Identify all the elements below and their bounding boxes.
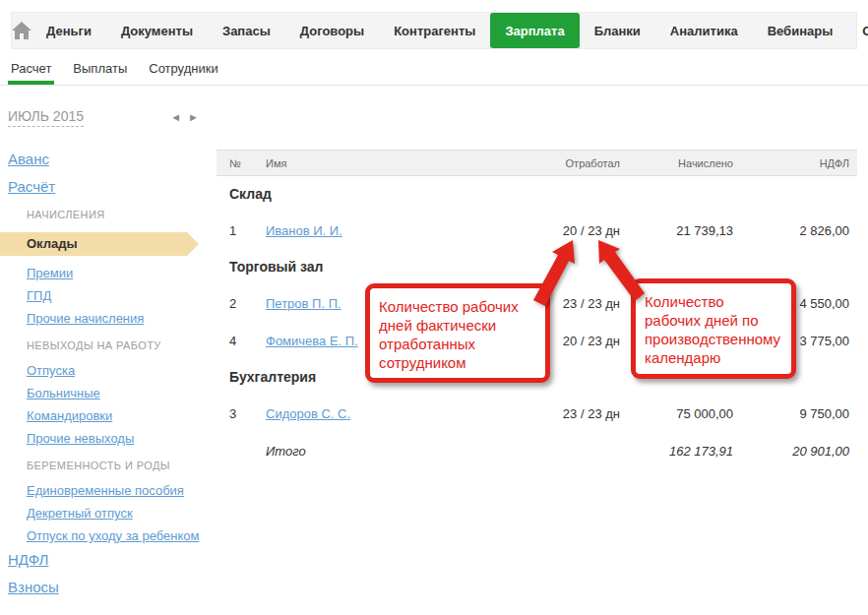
top-nav-item[interactable]: Деньги: [31, 13, 106, 48]
sidebar-item[interactable]: Больничные: [27, 386, 217, 400]
top-nav: ДеньгиДокументыЗапасыДоговорыКонтрагенты…: [11, 12, 857, 49]
col-header-ndfl: НДФЛ: [733, 157, 849, 169]
employee-link[interactable]: Фомичева Е. П.: [266, 334, 358, 348]
next-month-icon[interactable]: ►: [188, 112, 199, 123]
callout-worked-days-actual: Количество рабочих дней фактически отраб…: [365, 283, 550, 383]
month-selector: ИЮЛЬ 2015 ◄ ►: [8, 108, 199, 127]
sidebar-item[interactable]: Прочие невыходы: [27, 431, 217, 446]
sidebar-item[interactable]: НДФЛ: [8, 551, 217, 568]
sidebar-item[interactable]: ГПД: [27, 288, 217, 303]
row-number: 4: [217, 334, 266, 348]
top-nav-item[interactable]: Контрагенты: [379, 13, 490, 48]
col-header-name: Имя: [266, 157, 492, 169]
row-number: 3: [217, 406, 266, 421]
sidebar-item[interactable]: Командировки: [27, 408, 217, 423]
sub-nav-items: РасчетВыплатыСотрудники: [0, 52, 229, 85]
row-number: 2: [217, 296, 266, 311]
home-icon: [12, 22, 31, 39]
ndfl-cell: 9 750,00: [733, 406, 849, 421]
sidebar-item[interactable]: Отпуска: [27, 363, 217, 378]
top-nav-items: ДеньгиДокументыЗапасыДоговорыКонтрагенты…: [31, 13, 868, 48]
table-row: 3Сидоров С. С.23 / 23 дн75 000,009 750,0…: [217, 395, 857, 432]
sidebar-section-header: НАЧИСЛЕНИЯ: [27, 209, 217, 220]
accrued-cell: 75 000,00: [620, 406, 733, 421]
top-nav-item[interactable]: Договоры: [285, 13, 379, 48]
sidebar-item[interactable]: Премии: [27, 266, 217, 280]
table-header: № Имя Отработал Начислено НДФЛ: [217, 150, 857, 176]
total-label: Итого: [266, 444, 492, 459]
sidebar-item[interactable]: Единовременные пособия: [27, 483, 217, 498]
top-nav-item[interactable]: Аналитика: [655, 13, 753, 48]
sidebar-section-header: БЕРЕМЕННОСТЬ И РОДЫ: [27, 460, 217, 471]
table-row: 1Иванов И. И.20 / 23 дн21 739,132 826,00: [217, 212, 857, 249]
sub-nav-tab[interactable]: Выплаты: [62, 52, 138, 85]
col-header-number: №: [217, 157, 266, 169]
sub-nav-tab[interactable]: Сотрудники: [138, 52, 228, 85]
sidebar-item[interactable]: Оклады: [0, 232, 187, 256]
top-nav-item[interactable]: Документы: [106, 13, 208, 48]
employee-link[interactable]: Петров П. П.: [266, 296, 341, 311]
table-total-row: Итого162 173,9120 901,00: [217, 432, 857, 469]
worked-days-cell: 23 / 23 дн: [492, 406, 620, 421]
sub-nav-tab[interactable]: Расчет: [0, 52, 62, 85]
employee-link[interactable]: Иванов И. И.: [266, 223, 342, 238]
top-nav-item[interactable]: Вебинары: [753, 13, 848, 48]
callout-worked-days-calendar: Количество рабочих дней по производствен…: [631, 278, 796, 379]
employee-link[interactable]: Сидоров С. С.: [266, 406, 350, 421]
worked-days-cell: 20 / 23 дн: [492, 223, 620, 238]
sidebar-item[interactable]: Отпуск по уходу за ребенком: [27, 528, 217, 543]
col-header-worked: Отработал: [492, 157, 620, 169]
month-arrows: ◄ ►: [170, 112, 199, 123]
home-button[interactable]: [12, 13, 31, 48]
col-header-accrued: Начислено: [620, 157, 733, 169]
top-nav-item[interactable]: Запасы: [208, 13, 285, 48]
total-accrued-cell: 162 173,91: [620, 444, 733, 459]
group-label: Склад: [217, 186, 849, 202]
top-nav-item[interactable]: Зарплата: [490, 13, 579, 48]
prev-month-icon[interactable]: ◄: [170, 112, 181, 123]
row-number: 1: [217, 223, 266, 238]
sidebar-item[interactable]: Взносы: [8, 579, 217, 595]
month-label[interactable]: ИЮЛЬ 2015: [8, 108, 84, 127]
employee-name-cell: Сидоров С. С.: [266, 406, 492, 421]
employee-name-cell: Иванов И. И.: [266, 223, 492, 238]
sidebar-item[interactable]: Прочие начисления: [27, 311, 217, 326]
sidebar-section-header: НЕВЫХОДЫ НА РАБОТУ: [27, 339, 217, 351]
sub-nav: РасчетВыплатыСотрудники: [0, 52, 868, 86]
top-nav-item[interactable]: Отчеты: [847, 13, 868, 48]
sidebar-item[interactable]: Декретный отпуск: [27, 506, 217, 521]
accrued-cell: 21 739,13: [620, 223, 733, 238]
top-nav-item[interactable]: Бланки: [580, 13, 655, 48]
table-group-row: Склад: [217, 176, 857, 212]
sidebar-item[interactable]: Аванс: [8, 151, 217, 167]
group-label: Торговый зал: [217, 259, 849, 275]
sidebar-items: АвансРасчётНАЧИСЛЕНИЯОкладыПремииГПДПроч…: [0, 151, 217, 595]
sidebar: ИЮЛЬ 2015 ◄ ► АвансРасчётНАЧИСЛЕНИЯОклад…: [0, 98, 217, 606]
total-ndfl-cell: 20 901,00: [733, 444, 849, 459]
ndfl-cell: 2 826,00: [733, 223, 849, 238]
sidebar-item[interactable]: Расчёт: [8, 178, 217, 195]
